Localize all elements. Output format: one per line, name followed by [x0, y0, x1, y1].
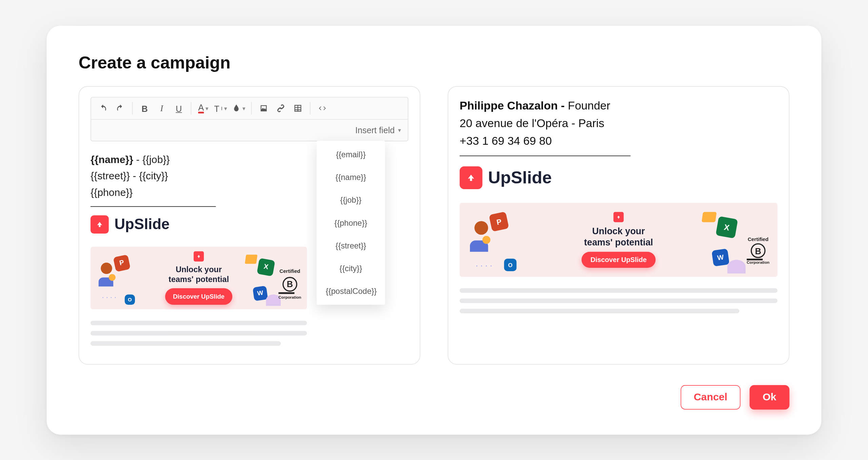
preview-panel: Philippe Chazalon - Founder 20 avenue de… — [448, 86, 789, 364]
template-editor-panel: B I U A▾ TI▾ ▾ Insert field — [79, 86, 420, 364]
insert-field-dropdown[interactable]: Insert field ▾ — [355, 122, 401, 138]
street-token: {{street}} — [91, 170, 130, 182]
editor-toolbar: B I U A▾ TI▾ ▾ Insert field — [91, 97, 408, 141]
upslide-logo-icon — [91, 215, 109, 234]
insert-table-button[interactable] — [289, 100, 306, 117]
upslide-logo-text: UpSlide — [488, 168, 552, 187]
insert-field-option[interactable]: {{email}} — [317, 143, 385, 165]
campaign-banner: P · · · · O X W Certified B Corporation — [91, 246, 307, 309]
modal-title: Create a campaign — [79, 53, 790, 72]
preview-job: Founder — [568, 99, 610, 112]
insert-link-button[interactable] — [272, 100, 289, 117]
city-token: {{city}} — [139, 170, 168, 182]
underline-button[interactable]: U — [170, 100, 187, 117]
insert-field-option[interactable]: {{phone}} — [317, 211, 385, 234]
banner-title: Unlock yourteams' potential — [584, 225, 653, 248]
modal-footer: Cancel Ok — [79, 385, 790, 409]
bold-button[interactable]: B — [136, 100, 153, 117]
bcorp-badge: Certified B Corporation — [747, 236, 769, 264]
preview-phone: +33 1 69 34 69 80 — [460, 132, 777, 150]
banner-title: Unlock yourteams' potential — [169, 264, 229, 284]
italic-button[interactable]: I — [153, 100, 170, 117]
create-campaign-modal: Create a campaign B I U A▾ TI▾ ▾ — [47, 25, 822, 434]
placeholder-lines — [91, 321, 307, 346]
upslide-logo-icon — [460, 166, 482, 189]
upslide-logo-icon — [194, 251, 204, 261]
preview-name: Philippe Chazalon — [460, 99, 558, 112]
insert-image-button[interactable] — [255, 100, 272, 117]
insert-field-option[interactable]: {{postalCode}} — [317, 280, 385, 302]
insert-field-option[interactable]: {{city}} — [317, 257, 385, 279]
highlight-button[interactable]: ▾ — [229, 100, 248, 117]
insert-field-menu: {{email}} {{name}} {{job}} {{phone}} {{s… — [317, 141, 385, 305]
job-token: {{job}} — [142, 154, 170, 165]
font-color-button[interactable]: A▾ — [195, 100, 212, 117]
preview-identity: Philippe Chazalon - Founder 20 avenue de… — [460, 97, 777, 149]
code-view-button[interactable] — [314, 100, 331, 117]
cancel-button[interactable]: Cancel — [680, 385, 740, 409]
ok-button[interactable]: Ok — [750, 385, 790, 409]
undo-button[interactable] — [95, 100, 112, 117]
redo-button[interactable] — [112, 100, 129, 117]
insert-field-label: Insert field — [355, 125, 395, 135]
separator-rule — [91, 206, 216, 207]
campaign-banner-preview: P · · · · O X W Certified B Corporation — [460, 203, 777, 277]
name-token: {{name}} — [91, 154, 133, 165]
insert-field-option[interactable]: {{street}} — [317, 234, 385, 257]
text-size-button[interactable]: TI▾ — [212, 100, 230, 117]
phone-token: {{phone}} — [91, 186, 133, 198]
upslide-logo-text: UpSlide — [115, 213, 170, 236]
placeholder-lines — [460, 288, 777, 313]
banner-cta[interactable]: Discover UpSlide — [581, 252, 656, 267]
insert-field-option[interactable]: {{job}} — [317, 188, 385, 211]
insert-field-option[interactable]: {{name}} — [317, 166, 385, 188]
bcorp-badge: Certified B Corporation — [278, 267, 301, 300]
upslide-logo-icon — [613, 212, 624, 222]
separator-rule — [460, 155, 631, 156]
preview-address: 20 avenue de l'Opéra - Paris — [460, 114, 777, 132]
chevron-down-icon: ▾ — [398, 127, 401, 133]
banner-cta[interactable]: Discover UpSlide — [165, 288, 233, 305]
